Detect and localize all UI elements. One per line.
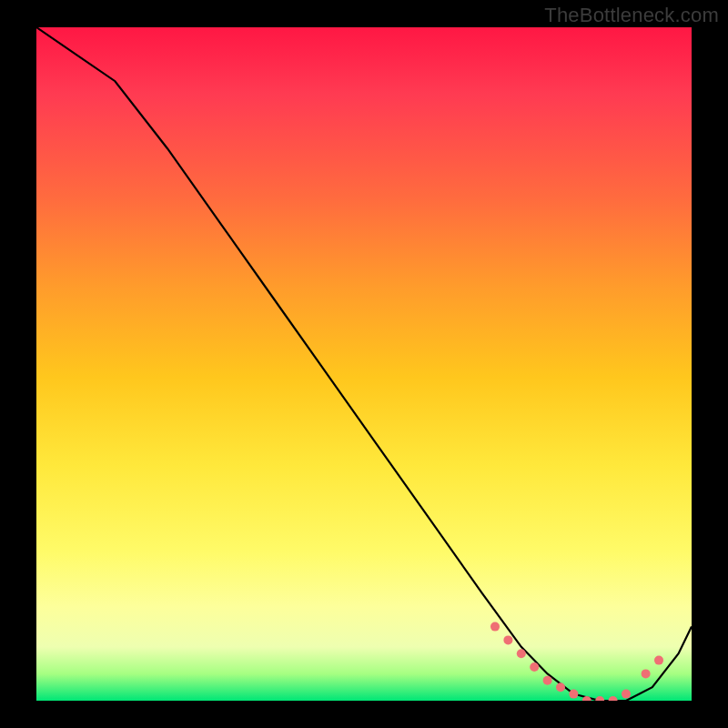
plot-gradient-background: [36, 27, 692, 701]
watermark-text: TheBottleneck.com: [544, 4, 719, 27]
chart-container: TheBottleneck.com: [0, 0, 728, 728]
